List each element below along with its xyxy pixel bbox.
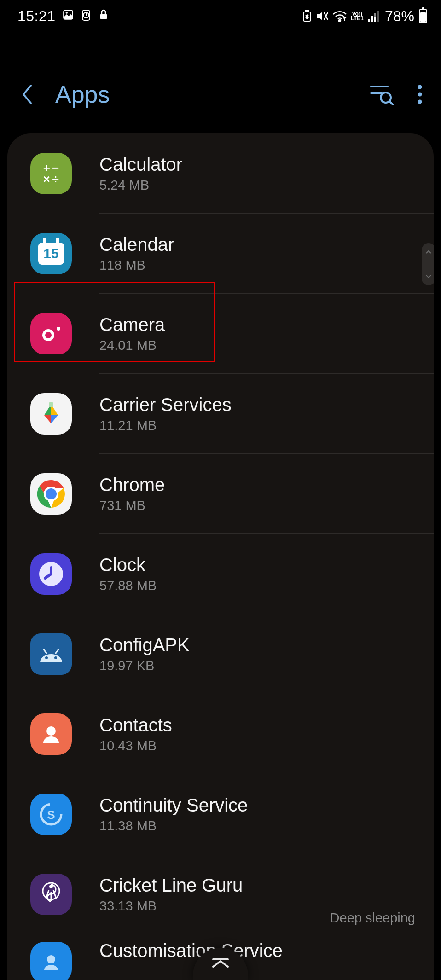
app-list[interactable]: +−×÷ Calculator 5.24 MB 15 Calendar 118 … [7,133,434,980]
wifi-icon [332,10,347,22]
svg-point-18 [45,332,52,338]
lock-icon [98,8,109,24]
status-right: Vo)) LTE1 78% [302,8,428,25]
svg-rect-12 [374,17,376,22]
android-icon [30,633,72,675]
app-size: 19.97 KB [99,658,415,673]
calendar-icon: 15 [30,233,72,274]
app-row-camera[interactable]: Camera 24.01 MB [7,294,434,374]
app-size: 57.88 MB [99,578,415,593]
svg-rect-20 [49,402,53,407]
svg-point-27 [46,726,56,736]
play-services-icon [30,393,72,435]
contacts-icon [30,713,72,755]
header: Apps [0,64,441,124]
customisation-icon [30,942,72,980]
battery-saver-icon [302,10,312,22]
svg-point-32 [47,955,55,963]
calculator-icon: +−×÷ [30,153,72,194]
app-name: Clock [99,555,415,575]
svg-point-14 [418,85,422,89]
svg-rect-4 [100,14,107,19]
svg-rect-10 [377,11,379,22]
app-name: Cricket Line Guru [99,875,415,896]
svg-point-16 [418,100,422,104]
svg-rect-7 [368,19,370,22]
app-size: 24.01 MB [99,338,415,353]
app-size: 11.38 MB [99,818,415,834]
app-status: Deep sleeping [330,910,415,926]
page-title: Apps [55,81,369,108]
mute-icon [316,10,329,22]
back-button[interactable] [18,81,37,108]
app-row-configapk[interactable]: ConfigAPK 19.97 KB [7,614,434,694]
camera-icon [30,313,72,354]
app-name: Calendar [99,234,415,255]
gallery-icon [62,8,74,24]
app-name: Camera [99,314,415,335]
app-name: Continuity Service [99,795,415,816]
status-left: 15:21 [17,8,109,25]
app-row-cricket-line-guru[interactable]: Cricket Line Guru 33.13 MB Deep sleeping [7,854,434,934]
svg-text:S: S [47,808,55,822]
app-row-clock[interactable]: Clock 57.88 MB [7,534,434,614]
app-name: Contacts [99,715,415,736]
app-size: 10.43 MB [99,738,415,754]
app-name: Chrome [99,475,415,495]
sync-icon: S [30,794,72,835]
app-size: 5.24 MB [99,178,415,193]
status-time: 15:21 [17,8,56,25]
app-name: ConfigAPK [99,635,415,655]
app-row-chrome[interactable]: Chrome 731 MB [7,454,434,534]
app-size: 731 MB [99,498,415,513]
app-row-contacts[interactable]: Contacts 10.43 MB [7,694,434,774]
app-name: Calculator [99,154,415,175]
signal-icon [367,11,379,22]
app-size: 11.21 MB [99,418,415,433]
clock-icon [30,553,72,595]
svg-point-1 [65,12,67,14]
app-size: 118 MB [99,258,415,273]
chrome-icon [30,473,72,515]
battery-icon [419,9,427,23]
svg-point-6 [339,20,341,22]
cricket-icon [30,874,72,915]
battery-percent: 78% [385,8,414,25]
app-row-calculator[interactable]: +−×÷ Calculator 5.24 MB [7,133,434,214]
more-options-button[interactable] [417,84,423,104]
network-indicator: Vo)) LTE1 [351,12,364,21]
scrollbar-thumb[interactable] [422,243,434,285]
lte-label: LTE1 [351,16,364,21]
app-name: Carrier Services [99,394,415,415]
svg-rect-8 [371,16,373,22]
svg-point-15 [418,93,422,97]
status-bar: 15:21 Vo)) LTE1 78% [0,0,441,32]
app-row-continuity-service[interactable]: S Continuity Service 11.38 MB [7,774,434,854]
svg-point-31 [49,885,53,888]
svg-point-26 [54,656,57,659]
app-name: Customisation Service [99,940,415,961]
search-filter-button[interactable] [369,84,394,105]
calendar-day-number: 15 [38,243,64,265]
app-row-calendar[interactable]: 15 Calendar 118 MB [7,214,434,294]
timer-icon [81,8,92,24]
svg-point-25 [45,656,48,659]
app-row-carrier-services[interactable]: Carrier Services 11.21 MB [7,374,434,454]
svg-point-19 [57,327,60,331]
